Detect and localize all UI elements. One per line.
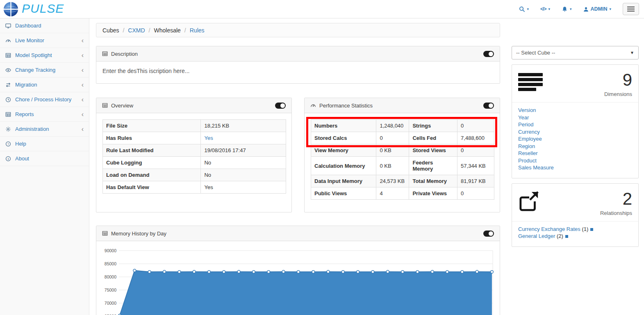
app-logo[interactable]: PULSE <box>3 2 64 17</box>
code-icon: </> <box>540 6 546 12</box>
collapse-toggle[interactable] <box>483 103 494 109</box>
breadcrumb-separator: / <box>184 27 186 34</box>
row-value: 19/08/2016 17:47 <box>201 144 286 157</box>
sidebar-item-label: Change Tracking <box>15 67 55 73</box>
dimension-link[interactable]: Year <box>518 114 632 121</box>
cube-select[interactable]: -- Select Cube -- ▼ <box>512 46 639 59</box>
sidebar-item-label: About <box>15 155 29 162</box>
code-dropdown[interactable]: </> ▾ <box>540 6 550 12</box>
row-label: Calculation Memory <box>311 157 376 175</box>
user-dropdown[interactable]: ADMIN ▾ <box>583 6 612 12</box>
topbar: PULSE ▾ </> ▾ ▾ <box>0 0 644 18</box>
info-icon: i <box>5 156 11 162</box>
row-value: 0 <box>457 120 494 132</box>
dimensions-count: 9 <box>604 71 632 89</box>
row-value: No <box>201 169 286 181</box>
relationships-count: 2 <box>600 190 632 208</box>
dimension-link[interactable]: Employee <box>518 135 632 143</box>
chevron-left-icon: ‹ <box>82 111 84 118</box>
svg-text:65000: 65000 <box>105 314 116 315</box>
search-icon <box>519 6 525 12</box>
sidebar-item-live-monitor[interactable]: Live Monitor‹ <box>0 33 89 48</box>
gauge-icon <box>310 103 316 108</box>
relationship-link[interactable]: General Ledger <box>518 233 555 239</box>
chevron-left-icon: ‹ <box>82 37 84 44</box>
list-icon <box>518 71 543 93</box>
sidebar-item-administration[interactable]: Administration‹ <box>0 122 89 137</box>
square-bullet-icon <box>590 228 593 231</box>
relationship-count: (2) <box>557 233 563 239</box>
overview-panel: Overview File Size18,215 KBHas RulesYesR… <box>96 98 292 212</box>
row-value: 0 <box>457 187 494 200</box>
chevron-left-icon: ‹ <box>82 82 84 88</box>
dimensions-list: VersionYearPeriodCurrencyEmployeeRegionR… <box>512 102 638 178</box>
row-label: Feeders Memory <box>409 157 457 175</box>
sidebar-item-reports[interactable]: Reports‹ <box>0 107 89 122</box>
sidebar-item-about[interactable]: iAbout <box>0 151 89 166</box>
breadcrumb-item[interactable]: Rules <box>190 27 205 34</box>
table-row: Calculation Memory0 KBFeeders Memory57,3… <box>311 157 494 175</box>
sidebar-item-model-spotlight[interactable]: Model Spotlight‹ <box>0 48 89 63</box>
table-row: Has RulesYes <box>103 132 286 144</box>
row-value[interactable]: Yes <box>201 132 286 144</box>
breadcrumb-separator: / <box>149 27 150 34</box>
overview-table: File Size18,215 KBHas RulesYesRule Last … <box>102 119 286 194</box>
dimension-link[interactable]: Reseller <box>518 150 632 157</box>
performance-panel-header: Performance Statistics <box>305 98 500 113</box>
relationships-summary: 2 Relationships <box>512 184 638 221</box>
row-label: Stored Views <box>409 144 457 157</box>
row-label: Has Rules <box>103 132 201 144</box>
sidebar-item-migration[interactable]: Migration‹ <box>0 78 89 92</box>
dimension-link[interactable]: Sales Measure <box>518 164 632 171</box>
dimension-link[interactable]: Version <box>518 107 632 114</box>
topbar-actions: ▾ </> ▾ ▾ ADMIN ▾ <box>519 3 639 15</box>
chevron-left-icon: ‹ <box>82 126 84 132</box>
svg-text:90000: 90000 <box>105 248 116 253</box>
row-label: View Memory <box>311 144 376 157</box>
caret-down-icon: ▾ <box>548 7 550 11</box>
relationship-link[interactable]: Currency Exchange Rates <box>518 226 580 232</box>
sidebar-item-dashboard[interactable]: Dashboard <box>0 18 89 33</box>
collapse-toggle[interactable] <box>275 103 286 109</box>
table-row: Cube LoggingNo <box>103 157 286 169</box>
chevron-left-icon: ‹ <box>82 96 84 103</box>
help-icon: ? <box>5 141 11 147</box>
table-row: Public Views4Private Views0 <box>311 187 494 200</box>
table-row: Stored Calcs0Cells Fed7,488,600 <box>311 132 494 144</box>
row-label: Stored Calcs <box>311 132 376 144</box>
breadcrumb-separator: / <box>123 27 124 34</box>
description-text[interactable]: Enter the desThis iscription here... <box>96 62 500 83</box>
dimension-link[interactable]: Period <box>518 121 632 128</box>
dimensions-label: Dimensions <box>604 91 632 97</box>
menu-toggle-button[interactable] <box>623 3 639 15</box>
notifications-dropdown[interactable]: ▾ <box>562 6 572 12</box>
dimension-link[interactable]: Product <box>518 157 632 164</box>
exchange-icon <box>5 82 11 88</box>
row-value: 18,215 KB <box>201 120 286 132</box>
sidebar-item-change-tracking[interactable]: Change Tracking‹ <box>0 63 89 78</box>
row-label: Cells Fed <box>409 132 457 144</box>
gears-icon <box>5 126 11 132</box>
collapse-toggle[interactable] <box>483 51 494 57</box>
search-dropdown[interactable]: ▾ <box>519 6 529 12</box>
grid-icon <box>102 51 108 57</box>
sidebar-item-help[interactable]: ?Help <box>0 137 89 151</box>
collapse-toggle[interactable] <box>483 231 494 237</box>
sidebar-item-chore-process-history[interactable]: Chore / Process History‹ <box>0 92 89 107</box>
user-icon <box>583 7 589 12</box>
memory-history-panel: Memory History by Day 900008500080000750… <box>96 226 500 315</box>
table-row: File Size18,215 KB <box>103 120 286 132</box>
content-area: Cubes/CXMD/Wholesale/Rules Description E… <box>89 18 644 315</box>
memory-panel-header: Memory History by Day <box>96 226 500 241</box>
dimension-link[interactable]: Currency <box>518 128 632 136</box>
row-label: Numbers <box>311 120 376 132</box>
caret-down-icon: ▼ <box>630 50 634 55</box>
dimension-link[interactable]: Region <box>518 143 632 150</box>
table-icon <box>5 52 11 58</box>
row-value: 81,917 KB <box>457 175 494 187</box>
svg-text:75000: 75000 <box>105 288 116 292</box>
relationship-item: General Ledger (2) <box>518 233 632 240</box>
description-panel-header: Description <box>96 46 500 62</box>
table-row: View Memory0 KBStored Views0 <box>311 144 494 157</box>
breadcrumb-item[interactable]: CXMD <box>128 27 145 34</box>
